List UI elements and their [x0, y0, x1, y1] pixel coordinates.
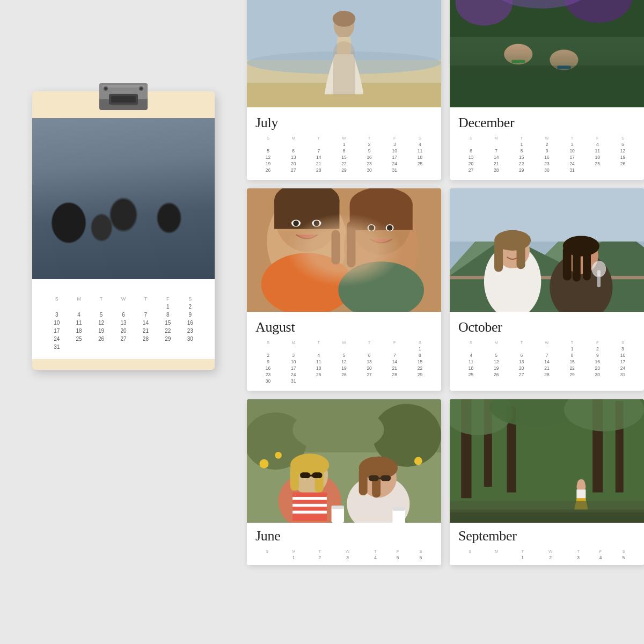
svg-rect-36: [109, 244, 133, 247]
cal-header-july: W: [331, 135, 356, 141]
cal-day: 8: [407, 352, 433, 358]
cal-header-december: F: [585, 135, 610, 141]
cal-day: [585, 167, 610, 173]
card-body-december: December SMTWTFS 12345: [450, 107, 644, 180]
page: SMTWTFS 12345678910111213141516171819202…: [0, 0, 644, 644]
cal-day: 29: [509, 167, 534, 173]
cal-day: 5: [386, 554, 409, 561]
cal-day: 6: [509, 352, 534, 358]
svg-rect-92: [583, 245, 591, 280]
cal-day: 21: [534, 365, 559, 371]
svg-point-139: [577, 479, 585, 488]
cal-day: [484, 346, 509, 352]
card-photo-july: [247, 0, 441, 107]
cal-day: 13: [509, 358, 534, 365]
cal-day: [255, 554, 279, 561]
svg-point-52: [550, 49, 578, 70]
svg-rect-35: [109, 239, 133, 241]
cal-day: 25: [306, 371, 331, 378]
cal-day: 3: [610, 346, 635, 352]
cal-day: 7: [484, 148, 509, 154]
cal-day: [255, 141, 281, 148]
svg-point-25: [109, 196, 133, 222]
cal-day: 6: [281, 148, 306, 154]
cal-day: 26: [331, 371, 356, 378]
card-body-july: July SMTWTFS 1234: [247, 107, 441, 180]
cal-header-june: W: [331, 548, 364, 554]
cal-day: 5: [255, 148, 281, 154]
card-body-september: September SMTWTFS 12345: [450, 523, 644, 565]
svg-point-100: [259, 459, 268, 469]
cal-day: [509, 346, 534, 352]
cal-day: 23: [255, 371, 281, 378]
card-photo-june: [247, 399, 441, 523]
svg-point-102: [414, 457, 422, 465]
cal-day: 13: [458, 154, 484, 160]
cal-header-june: T: [309, 548, 331, 554]
cal-day: 5: [612, 554, 635, 561]
cal-header-june: S: [255, 548, 279, 554]
cal-day: [382, 378, 407, 384]
photo-svg-september: [450, 399, 644, 523]
cal-day: 9: [534, 148, 559, 154]
cal-day: 22: [509, 160, 534, 167]
svg-rect-122: [369, 475, 379, 481]
cal-day: 4: [407, 141, 433, 148]
cal-day: 19: [331, 365, 356, 371]
cal-header-october: S: [458, 340, 484, 346]
cal-day: 14: [484, 154, 509, 160]
calendar-card-july: July SMTWTFS 1234: [247, 0, 441, 180]
cal-day: 2: [255, 352, 281, 358]
clipboard-calendar: SMTWTFS 12345678910111213141516171819202…: [32, 91, 215, 370]
svg-point-28: [131, 165, 158, 195]
svg-rect-53: [511, 60, 525, 63]
svg-rect-14: [118, 123, 129, 156]
svg-rect-69: [350, 204, 413, 230]
cal-day: 23: [534, 160, 559, 167]
svg-rect-124: [378, 478, 381, 479]
cal-day: 31: [382, 167, 407, 173]
cal-day: 6: [409, 554, 433, 561]
cal-day: 29: [331, 167, 356, 173]
card-cal-june: SMTWTFS 123456: [255, 548, 433, 561]
svg-rect-55: [450, 65, 644, 107]
cal-day: 25: [458, 371, 484, 378]
cal-day: 10: [281, 358, 306, 365]
cal-day: 21: [306, 160, 331, 167]
svg-point-29: [130, 166, 160, 181]
cal-day: 29: [407, 371, 433, 378]
cal-day: 17: [281, 365, 306, 371]
svg-rect-54: [557, 65, 571, 69]
svg-point-51: [504, 44, 532, 64]
svg-rect-20: [65, 148, 70, 171]
cal-day: 19: [484, 365, 509, 371]
cal-day: 5: [610, 141, 635, 148]
cal-header-august: F: [382, 340, 407, 346]
cal-day: 1: [560, 346, 585, 352]
cal-day: [331, 346, 356, 352]
photo-svg-august: [247, 188, 441, 312]
svg-point-8: [140, 87, 142, 90]
cal-day: 26: [610, 160, 635, 167]
svg-point-23: [68, 163, 74, 170]
svg-rect-142: [450, 501, 644, 513]
cal-day: 8: [331, 148, 356, 154]
cal-day: 6: [458, 148, 484, 154]
svg-rect-113: [312, 472, 322, 478]
svg-point-63: [312, 220, 321, 227]
cal-day: 23: [357, 160, 382, 167]
calendar-card-september: September SMTWTFS 12345: [450, 399, 644, 565]
cal-day: 4: [585, 141, 610, 148]
clipboard-photo: [32, 118, 215, 279]
svg-rect-33: [107, 231, 134, 263]
cal-day: 3: [382, 141, 407, 148]
cal-day: 22: [331, 160, 356, 167]
cal-day: 12: [484, 358, 509, 365]
cal-header-july: S: [407, 135, 433, 141]
cal-day: 9: [585, 352, 610, 358]
cal-header-september: S: [612, 548, 635, 554]
cal-day: [610, 167, 635, 173]
svg-point-30: [161, 182, 209, 247]
svg-rect-80: [450, 188, 644, 241]
svg-point-22: [55, 163, 61, 170]
